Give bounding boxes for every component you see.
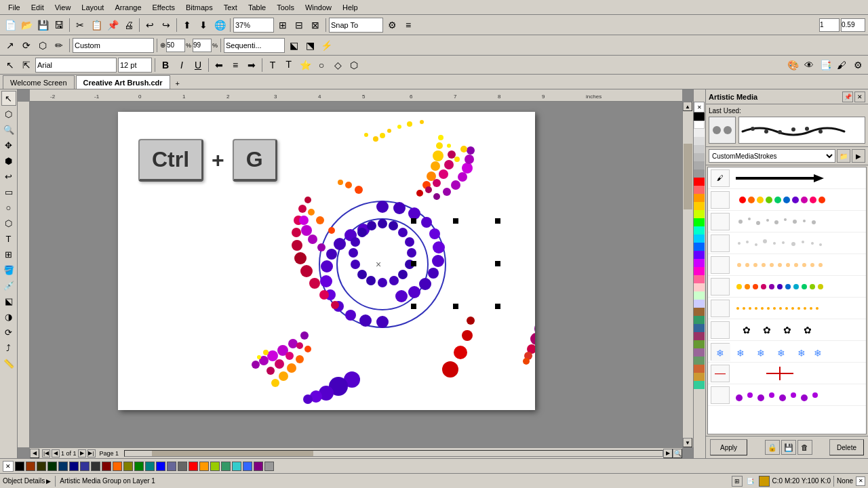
last-used-thumb1[interactable] bbox=[709, 117, 736, 144]
swatch-5[interactable] bbox=[69, 462, 79, 471]
italic-btn[interactable]: I bbox=[174, 58, 189, 73]
font-opt6[interactable]: ⬡ bbox=[347, 58, 361, 73]
swatch-blue[interactable] bbox=[243, 462, 252, 471]
ellipse-tool-btn[interactable]: ○ bbox=[1, 200, 16, 215]
zoom-dropdown[interactable]: 37% bbox=[233, 18, 274, 33]
freehand-tool-btn[interactable]: ⬡ bbox=[1, 106, 16, 121]
tab-add-btn[interactable]: + bbox=[172, 78, 184, 89]
settings-btn[interactable]: ⚙ bbox=[850, 58, 865, 73]
tab-document[interactable]: Creative Art Brush.cdr bbox=[76, 75, 170, 89]
color-emerald[interactable] bbox=[694, 381, 705, 389]
color-yellow[interactable] bbox=[694, 202, 705, 210]
page-next-btn[interactable]: ▶ bbox=[78, 449, 86, 458]
color-3[interactable] bbox=[694, 145, 705, 153]
font-size-dropdown[interactable]: 12 pt bbox=[118, 58, 152, 73]
brush-item-10[interactable]: — bbox=[708, 363, 866, 384]
ctx-opt1[interactable]: ⬕ bbox=[286, 38, 301, 53]
select-tool[interactable]: ↖ bbox=[3, 58, 18, 73]
canvas-scroll-area[interactable]: Ctrl + G bbox=[30, 102, 682, 447]
menu-effects[interactable]: Effects bbox=[147, 2, 180, 13]
menu-bitmaps[interactable]: Bitmaps bbox=[180, 2, 218, 13]
color-pink[interactable] bbox=[694, 267, 705, 275]
menu-window[interactable]: Window bbox=[300, 2, 337, 13]
swatch-1[interactable] bbox=[26, 462, 35, 471]
fit3-btn[interactable]: ⊠ bbox=[308, 18, 323, 33]
menu-help[interactable]: Help bbox=[337, 2, 363, 13]
print-btn[interactable]: 🖨 bbox=[121, 18, 136, 33]
no-color-btn[interactable]: ✕ bbox=[694, 102, 705, 113]
color-sage[interactable] bbox=[694, 357, 705, 365]
menu-file[interactable]: File bbox=[3, 2, 26, 13]
new-btn[interactable]: 📄 bbox=[3, 18, 18, 33]
hscroll-bar[interactable]: ◀ |◀ ◀ 1 of 1 ▶ ▶| Page 1 ▶ 🔍 bbox=[30, 447, 682, 458]
brush-item-8[interactable]: ✿ ✿ ✿ ✿ bbox=[708, 319, 866, 341]
font-opt5[interactable]: ◇ bbox=[330, 58, 345, 73]
vscroll-bar[interactable]: ▲ ▼ bbox=[682, 102, 693, 447]
no-fill-swatch[interactable]: ✕ bbox=[3, 461, 14, 472]
options2-btn[interactable]: ≡ bbox=[401, 18, 416, 33]
color-violet[interactable] bbox=[694, 259, 705, 267]
color-1[interactable] bbox=[694, 129, 705, 137]
tab-welcome[interactable]: Welcome Screen bbox=[3, 75, 75, 89]
color-black[interactable] bbox=[694, 113, 705, 121]
swatch-2[interactable] bbox=[37, 462, 46, 471]
pan-tool-btn[interactable]: ✥ bbox=[1, 138, 16, 152]
underline-btn[interactable]: U bbox=[191, 58, 205, 73]
menu-edit[interactable]: Edit bbox=[26, 2, 50, 13]
brush-style-dropdown[interactable]: Custom bbox=[73, 38, 154, 53]
select-tool2[interactable]: ⇱ bbox=[19, 58, 34, 73]
color-lightred[interactable] bbox=[694, 186, 705, 194]
interactive-btn[interactable]: ⬕ bbox=[1, 293, 16, 308]
color-2[interactable] bbox=[694, 137, 705, 145]
font-opt4[interactable]: ○ bbox=[314, 58, 329, 73]
swatch-8[interactable] bbox=[102, 462, 111, 471]
open-btn[interactable]: 📂 bbox=[19, 18, 34, 33]
select-tool-btn[interactable]: ↖ bbox=[1, 91, 16, 106]
zoom-tool-btn[interactable]: 🔍 bbox=[1, 122, 16, 137]
color-hotpink[interactable] bbox=[694, 275, 705, 283]
export-btn[interactable]: ⬇ bbox=[196, 18, 211, 33]
color-white[interactable] bbox=[694, 121, 705, 129]
brush-item-9[interactable]: ❄ ❄ ❄ ❄ ❄ ❄ bbox=[708, 341, 866, 363]
last-used-preview[interactable] bbox=[738, 117, 865, 144]
hscroll-track[interactable] bbox=[124, 450, 663, 457]
swatch-3[interactable] bbox=[47, 462, 57, 471]
brush-item-2[interactable] bbox=[708, 189, 866, 211]
vscroll-track[interactable] bbox=[683, 111, 693, 438]
menu-table[interactable]: Table bbox=[243, 2, 271, 13]
shadow-btn[interactable]: ◑ bbox=[1, 309, 16, 324]
align-center[interactable]: ≡ bbox=[228, 58, 243, 73]
panel-close-btn[interactable]: ✕ bbox=[854, 92, 865, 102]
artmedia-btn[interactable]: 🖌 bbox=[834, 58, 849, 73]
undo-btn[interactable]: ↩ bbox=[142, 18, 157, 33]
swatch-6[interactable] bbox=[80, 462, 90, 471]
color-goldenrod[interactable] bbox=[694, 373, 705, 381]
menu-layout[interactable]: Layout bbox=[76, 2, 109, 13]
brush-size2-input[interactable] bbox=[193, 39, 212, 52]
save-btn[interactable]: 💾 bbox=[35, 18, 50, 33]
menu-text[interactable]: Text bbox=[218, 2, 243, 13]
font-opt3[interactable]: ⭐ bbox=[298, 58, 313, 73]
vscroll-up[interactable]: ▲ bbox=[683, 102, 692, 111]
swatch-10[interactable] bbox=[123, 462, 133, 471]
vscroll-down[interactable]: ▼ bbox=[683, 438, 692, 447]
shape-tool-btn[interactable]: ⬢ bbox=[1, 153, 16, 168]
measure-btn[interactable]: 📏 bbox=[1, 356, 16, 371]
layer-status-btn[interactable]: 📑 bbox=[745, 476, 756, 487]
page-prev-btn[interactable]: ◀ bbox=[52, 449, 60, 458]
color-red[interactable] bbox=[694, 178, 705, 186]
swatch-13[interactable] bbox=[156, 462, 165, 471]
swatch-12[interactable] bbox=[145, 462, 155, 471]
snap-status-btn[interactable]: ⊞ bbox=[732, 476, 743, 487]
hscroll-thumb[interactable] bbox=[152, 451, 313, 456]
cut-btn[interactable]: ✂ bbox=[73, 18, 87, 33]
swatch-purple[interactable] bbox=[254, 462, 263, 471]
swatch-4[interactable] bbox=[58, 462, 68, 471]
brush-item-5[interactable] bbox=[708, 254, 866, 276]
color-brown[interactable] bbox=[694, 308, 705, 316]
zoom-indicator[interactable]: 🔍 bbox=[673, 449, 682, 458]
align-right[interactable]: ➡ bbox=[244, 58, 259, 73]
color-cyan[interactable] bbox=[694, 235, 705, 243]
canvas-area[interactable]: -2 -1 0 1 2 3 4 5 6 7 8 9 inches bbox=[18, 89, 693, 458]
color-rust[interactable] bbox=[694, 365, 705, 373]
